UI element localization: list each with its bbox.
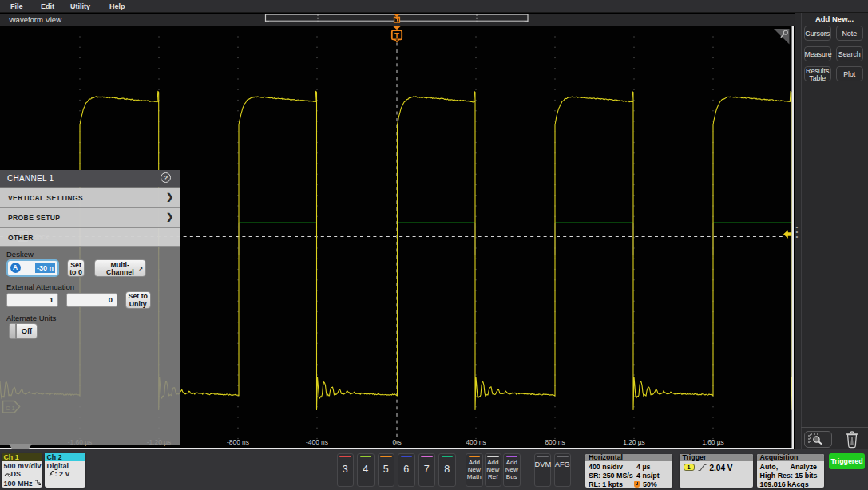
svg-text:1.60 µs: 1.60 µs <box>702 438 724 446</box>
svg-text:800 ns: 800 ns <box>545 438 565 446</box>
svg-text:0 s: 0 s <box>392 438 401 446</box>
svg-text:-800 ns: -800 ns <box>227 438 249 446</box>
svg-text:400 ns: 400 ns <box>466 438 486 446</box>
svg-text:-400 ns: -400 ns <box>306 438 328 446</box>
svg-text:1.20 µs: 1.20 µs <box>623 438 645 446</box>
svg-text:T: T <box>394 30 399 39</box>
